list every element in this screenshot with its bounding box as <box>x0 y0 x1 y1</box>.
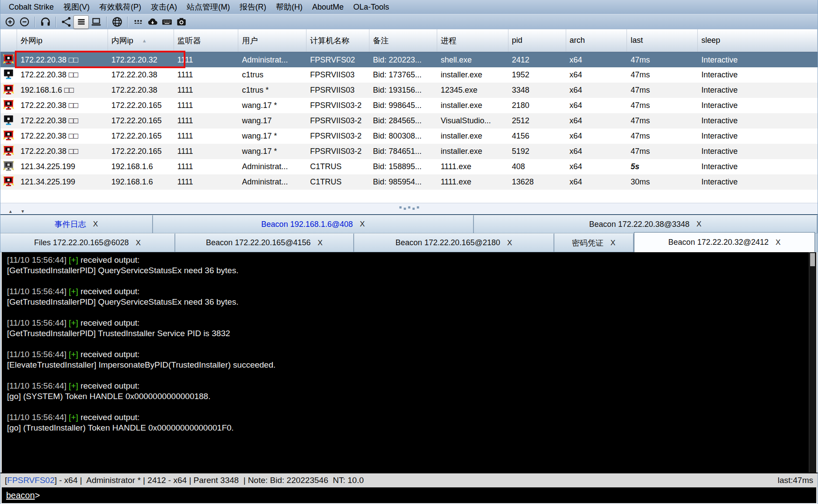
tab-close-icon[interactable]: X <box>136 239 141 247</box>
splitter-collapse-up-icon[interactable]: ▲ <box>8 209 13 214</box>
cell-ext: 172.22.20.38 □□ <box>17 116 108 125</box>
tab-close-icon[interactable]: X <box>507 239 512 247</box>
beacon-row-5192[interactable]: 172.22.20.38 □□172.22.20.1651111wang.17 … <box>0 144 818 159</box>
beacon-row-2412[interactable]: 172.22.20.38 □□172.22.20.321111Administr… <box>0 52 818 67</box>
tab-label: Beacon 192.168.1.6@408 <box>261 220 353 229</box>
column-header-pid[interactable]: pid <box>508 29 566 52</box>
tab-close-icon[interactable]: X <box>776 238 780 247</box>
menu-item-7[interactable]: AboutMe <box>307 3 348 12</box>
cell-ext: 121.34.225.199 <box>17 162 108 171</box>
tab-close-icon[interactable]: X <box>93 220 98 229</box>
cell-sleep: Interactive <box>698 86 818 95</box>
tab--[interactable]: 事件日志X <box>0 215 153 233</box>
cell-process: VisualStudio... <box>437 116 508 125</box>
cell-user: Administrat... <box>238 177 306 187</box>
console-scrollbar-thumb[interactable] <box>810 253 815 266</box>
column-header-进程[interactable]: 进程 <box>437 29 508 52</box>
menu-item-8[interactable]: OLa-Tools <box>348 3 394 12</box>
column-header-用户[interactable]: 用户 <box>238 29 306 52</box>
tab-close-icon[interactable]: X <box>360 220 365 229</box>
column-header-sleep[interactable]: sleep <box>698 29 818 52</box>
tab-Beacon-172.22.20.38@3348[interactable]: Beacon 172.22.20.38@3348X <box>474 215 818 233</box>
cell-arch: x64 <box>566 116 627 125</box>
cell-pid: 5192 <box>508 147 566 156</box>
cell-computer: FPSRVIIS03-2 <box>306 116 369 125</box>
menu-item-3[interactable]: 攻击(A) <box>146 2 182 12</box>
column-header-外网ip[interactable]: 外网ip <box>17 29 108 52</box>
share-button[interactable] <box>59 16 73 28</box>
prompt-label: beacon <box>6 490 35 501</box>
column-header-备注[interactable]: 备注 <box>369 29 437 52</box>
headset-button[interactable] <box>38 16 52 28</box>
tab-Beacon-172.22.20.32@2412[interactable]: Beacon 172.22.20.32@2412X <box>634 232 815 252</box>
zoom-in-button[interactable] <box>3 16 17 28</box>
column-header-last[interactable]: last <box>627 29 698 52</box>
cell-last: 47ms <box>627 101 698 110</box>
menu-list-button[interactable] <box>73 15 89 29</box>
splitter-grip-icon[interactable] <box>399 206 419 209</box>
beacon-row-13628[interactable]: 121.34.225.199192.168.1.61111Administrat… <box>0 174 818 190</box>
column-header-计算机名称[interactable]: 计算机名称 <box>306 29 369 52</box>
console-timestamp: [11/10 15:56:44] <box>7 413 69 422</box>
beacon-row-3348[interactable]: 192.168.1.6 □□172.22.20.381111c1trus *FP… <box>0 83 818 98</box>
splitter-collapse-down-icon[interactable]: ▼ <box>21 209 25 214</box>
cell-last: 47ms <box>627 132 698 141</box>
column-header-监听器[interactable]: 监听器 <box>174 29 239 52</box>
cell-int: 192.168.1.6 <box>108 177 174 187</box>
globe-button[interactable] <box>110 16 124 28</box>
column-header-arch[interactable]: arch <box>566 29 627 52</box>
tab-Beacon-172.22.20.165@2180[interactable]: Beacon 172.22.20.165@2180X <box>354 233 554 252</box>
cell-arch: x64 <box>566 147 627 156</box>
column-header-label: 内网ip <box>111 35 133 46</box>
beacon-blue-monitor-icon <box>0 115 17 127</box>
beacon-row-408[interactable]: 121.34.225.199192.168.1.61111Administrat… <box>0 159 818 174</box>
tab--[interactable]: 密码凭证X <box>554 233 634 252</box>
beacon-row-2180[interactable]: 172.22.20.38 □□172.22.20.1651111wang.17 … <box>0 98 818 113</box>
tab-label: Beacon 172.22.20.38@3348 <box>589 220 689 229</box>
camera-button[interactable] <box>174 16 188 28</box>
tab-close-icon[interactable]: X <box>610 239 615 247</box>
tab-row-1: 事件日志XBeacon 192.168.1.6@408XBeacon 172.2… <box>0 215 818 233</box>
cell-arch: x64 <box>566 56 627 65</box>
cell-computer: FPSRVIIS03-2 <box>306 132 369 141</box>
menu-item-6[interactable]: 帮助(H) <box>271 2 307 12</box>
beacon-console-output[interactable]: [11/10 15:56:44] [+] received output:[Ge… <box>0 252 818 473</box>
cell-computer: FPSRVIIS03 <box>306 86 369 95</box>
cell-arch: x64 <box>566 177 627 187</box>
cell-last: 5s <box>627 162 698 171</box>
cell-listener: 1111 <box>174 70 239 80</box>
command-input[interactable] <box>40 490 42 501</box>
beacon-row-1952[interactable]: 172.22.20.38 □□172.22.20.381111c1trusFPS… <box>0 67 818 83</box>
cell-process: 12345.exe <box>437 86 508 95</box>
menu-item-1[interactable]: 视图(V) <box>59 2 94 12</box>
status-hostname: FPSRVFS02 <box>7 476 54 485</box>
cell-arch: x64 <box>566 132 627 141</box>
tab-close-icon[interactable]: X <box>318 239 323 247</box>
tab-Beacon-172.22.20.165@4156[interactable]: Beacon 172.22.20.165@4156X <box>175 233 354 252</box>
console-output-line: [ElevateTrustedInstaller] ImpersonateByP… <box>7 360 810 370</box>
horizontal-splitter[interactable]: ▲ ▼ <box>0 203 818 214</box>
target-dots-button[interactable] <box>131 16 145 28</box>
tab-Files-172.22.20.165@6028[interactable]: Files 172.22.20.165@6028X <box>0 233 175 252</box>
cell-user: c1trus * <box>238 86 306 95</box>
tab-Beacon-192.168.1.6@408[interactable]: Beacon 192.168.1.6@408X <box>153 215 474 233</box>
beacon-row-4156[interactable]: 172.22.20.38 □□172.22.20.1651111wang.17 … <box>0 129 818 144</box>
zoom-out-button[interactable] <box>17 16 31 28</box>
laptop-button[interactable] <box>89 16 103 28</box>
column-header-内网ip[interactable]: 内网ip▲ <box>108 29 174 52</box>
cell-note: Bid: 220223... <box>369 56 437 65</box>
headset-icon <box>40 16 51 28</box>
column-header-label: sleep <box>701 36 720 45</box>
beacon-command-prompt[interactable]: beacon> <box>0 487 818 503</box>
keyboard-button[interactable] <box>160 16 174 28</box>
menu-item-4[interactable]: 站点管理(M) <box>182 2 235 12</box>
cell-arch: x64 <box>566 70 627 80</box>
beacon-row-2512[interactable]: 172.22.20.38 □□172.22.20.1651111wang.17F… <box>0 113 818 129</box>
menu-item-2[interactable]: 有效载荷(P) <box>94 2 146 12</box>
column-header-label: pid <box>512 36 522 45</box>
tab-close-icon[interactable]: X <box>696 220 701 229</box>
menu-item-5[interactable]: 报告(R) <box>235 2 271 12</box>
cloud-download-button[interactable] <box>145 16 160 28</box>
console-scrollbar[interactable] <box>809 252 816 473</box>
column-header-icon[interactable] <box>0 29 17 52</box>
